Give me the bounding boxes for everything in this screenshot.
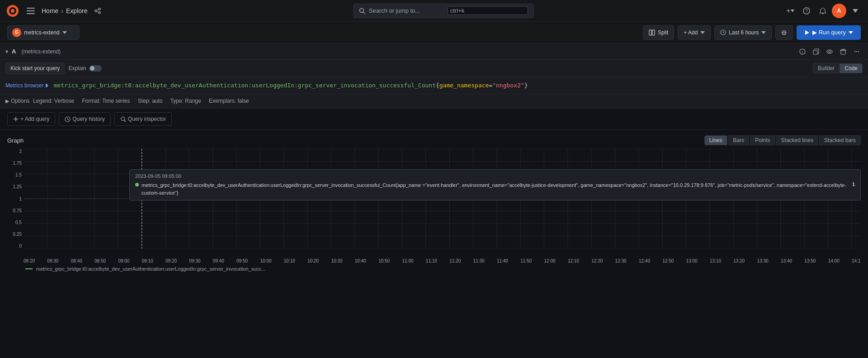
graph-svg [24, 149, 861, 248]
run-query-label: ▶ Run query [812, 29, 846, 36]
y-axis-labels: 2 1.75 1.5 1.25 1 0.75 0.5 0.25 0 [7, 149, 24, 258]
svg-rect-34 [841, 50, 845, 54]
add-query-label: + Add query [20, 116, 49, 122]
view-stacked-bars-button[interactable]: Stacked bars [819, 135, 861, 145]
x-label: 11:40 [497, 258, 508, 263]
split-button[interactable]: Split [643, 25, 674, 40]
query-inspector-button[interactable]: Query inspector [114, 112, 172, 126]
type-option: Type: Range [170, 98, 201, 104]
datasource-icon: G [12, 28, 21, 37]
y-label-2: 2 [19, 149, 22, 154]
run-query-chevron-icon [849, 30, 853, 35]
query-inspector-label: Query inspector [128, 116, 166, 122]
svg-text:i: i [802, 50, 803, 54]
label-open-brace: { [436, 82, 439, 89]
y-label-05: 0.5 [15, 220, 22, 225]
x-label: 08:50 [94, 258, 106, 263]
help-button[interactable]: ? [799, 4, 814, 18]
query-row-datasource: (metrics-extend) [21, 48, 61, 55]
x-label: 12:10 [568, 258, 579, 263]
add-query-icon [13, 116, 19, 122]
x-label: 13:40 [781, 258, 792, 263]
chevron-down-icon [62, 30, 67, 35]
breadcrumb-separator: › [61, 7, 63, 14]
svg-marker-25 [761, 31, 766, 34]
options-toggle[interactable]: ▶ Options [5, 98, 29, 104]
x-axis-labels: 08:20 08:30 08:40 08:50 09:00 09:10 09:2… [7, 258, 861, 263]
builder-button[interactable]: Builder [813, 63, 840, 73]
query-ellipsis-button[interactable] [851, 46, 863, 57]
svg-rect-3 [27, 8, 35, 9]
run-query-button[interactable]: ▶ Run query [797, 25, 861, 40]
svg-marker-26 [805, 30, 809, 35]
x-label: 11:30 [473, 258, 485, 263]
explain-label: Explain [68, 65, 86, 72]
view-bars-button[interactable]: Bars [728, 135, 750, 145]
notifications-button[interactable] [816, 4, 830, 18]
view-lines-button[interactable]: Lines [704, 135, 727, 145]
kick-start-button[interactable]: Kick start your query [5, 62, 65, 74]
plus-button[interactable]: + [783, 4, 797, 18]
graph-title: Graph [7, 137, 24, 144]
x-label: 11:10 [426, 258, 437, 263]
legend-color [25, 268, 33, 269]
query-history-button[interactable]: Query history [59, 112, 110, 126]
time-range-picker[interactable]: Last 6 hours [714, 25, 772, 40]
y-label-15: 1.5 [15, 172, 22, 177]
x-label: 08:30 [47, 258, 58, 263]
x-label: 14:00 [828, 258, 840, 263]
query-text-display[interactable]: metrics_grpc_bridge:t0:accelbyte_dev_use… [52, 82, 863, 89]
x-label: 11:20 [449, 258, 461, 263]
x-label: 10:40 [355, 258, 366, 263]
collapse-button[interactable] [848, 4, 863, 18]
split-label: Split [658, 29, 668, 36]
x-label: 09:00 [118, 258, 129, 263]
svg-point-32 [827, 50, 832, 53]
exemplars-option: Exemplars: false [209, 98, 249, 104]
graph-svg-container[interactable]: 2 1.75 1.5 1.25 1 0.75 0.5 0.25 0 [7, 149, 861, 258]
explain-toggle-dot[interactable] [89, 65, 102, 72]
svg-line-12 [363, 12, 365, 14]
options-row: ▶ Options Legend: Verbose Format: Time s… [0, 94, 868, 108]
label-close-brace: } [524, 82, 528, 89]
metrics-browser-row: Metrics browser metrics_grpc_bridge:t0:a… [0, 77, 868, 94]
datasource-selector[interactable]: G metrics-extend [7, 25, 80, 40]
x-label: 08:40 [71, 258, 82, 263]
zoom-out-button[interactable]: ⊖ [775, 25, 793, 40]
home-link[interactable]: Home [42, 7, 58, 14]
explain-toggle[interactable]: Explain [68, 65, 101, 72]
search-bar[interactable]: Search or jump to... ctrl+k [353, 4, 534, 18]
explore-link[interactable]: Explore [66, 7, 87, 14]
query-delete-button[interactable] [837, 46, 849, 57]
query-copy-button[interactable] [810, 46, 822, 57]
breadcrumb: Home › Explore [42, 7, 88, 14]
x-label: 13:10 [710, 258, 721, 263]
svg-marker-27 [849, 31, 853, 34]
hamburger-menu-button[interactable] [24, 4, 38, 18]
code-button[interactable]: Code [840, 63, 863, 73]
query-history-label: Query history [72, 116, 104, 122]
label-val: "nngbox2" [492, 82, 524, 89]
svg-point-46 [121, 117, 125, 120]
nav-center: Search or jump to... ctrl+k [108, 4, 780, 18]
add-query-button[interactable]: + Add query [7, 112, 55, 126]
query-info-button[interactable]: i [797, 46, 808, 57]
svg-line-9 [97, 10, 99, 10]
svg-rect-31 [813, 50, 817, 54]
svg-point-33 [829, 51, 830, 53]
view-stacked-lines-button[interactable]: Stacked lines [776, 135, 818, 145]
metrics-browser-link[interactable]: Metrics browser [5, 82, 49, 89]
x-label: 09:40 [213, 258, 224, 263]
query-row-collapse-icon[interactable]: ▾ [5, 48, 8, 55]
step-option: Step: auto [138, 98, 163, 104]
share-button[interactable] [91, 5, 104, 17]
query-eye-button[interactable] [824, 46, 835, 57]
x-label: 10:10 [284, 258, 295, 263]
search-icon [359, 8, 365, 14]
query-row-header: ▾ A (metrics-extend) i [0, 43, 868, 60]
view-points-button[interactable]: Points [750, 135, 775, 145]
add-button[interactable]: + Add [678, 25, 711, 40]
user-avatar[interactable]: A [832, 4, 846, 18]
svg-line-10 [97, 11, 99, 12]
history-icon [65, 116, 71, 122]
